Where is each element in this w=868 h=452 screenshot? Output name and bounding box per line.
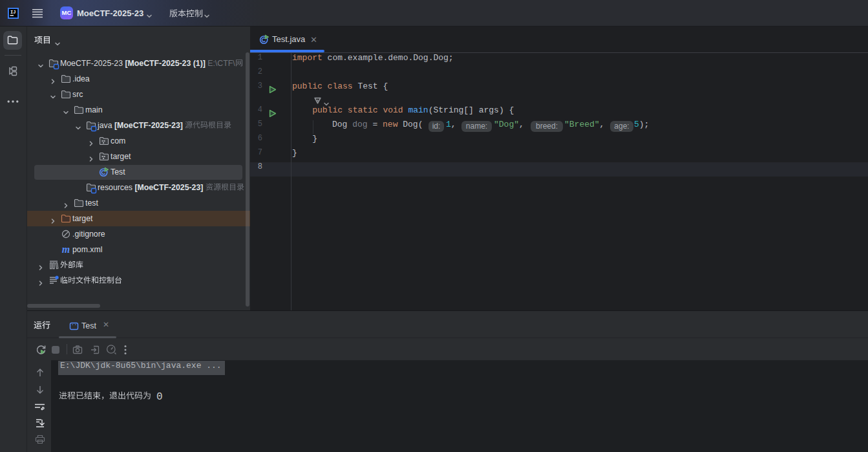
svg-text:IJ: IJ — [10, 10, 16, 15]
